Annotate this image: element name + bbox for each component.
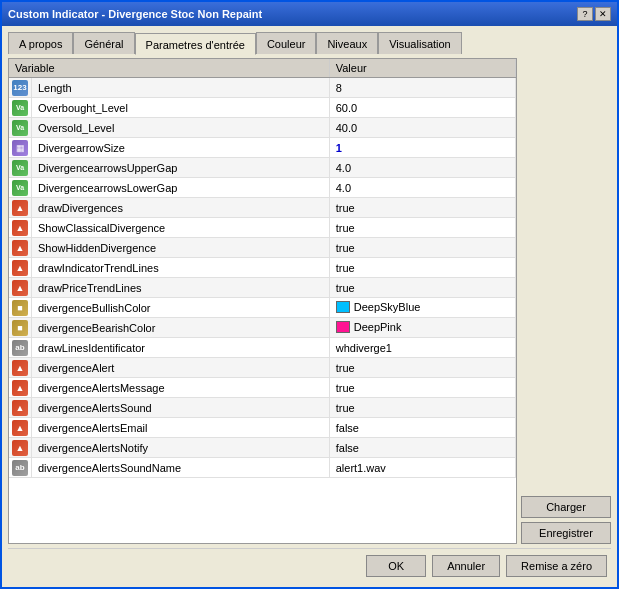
row-name: divergenceAlertsNotify [32, 438, 330, 458]
row-name: divergenceAlertsMessage [32, 378, 330, 398]
row-name: divergenceAlertsSound [32, 398, 330, 418]
row-value: DeepSkyBlue [329, 298, 515, 318]
row-icon-cell: ▲ [9, 438, 32, 458]
row-name: Oversold_Level [32, 118, 330, 138]
table-row[interactable]: ▲drawPriceTrendLinestrue [9, 278, 516, 298]
table-row[interactable]: abdivergenceAlertsSoundNamealert1.wav [9, 458, 516, 478]
table-row[interactable]: 123Length8 [9, 78, 516, 98]
row-value: alert1.wav [329, 458, 515, 478]
tab-bar: A proposGénéralParametres d'entréeCouleu… [8, 32, 611, 54]
tab-général[interactable]: Général [73, 32, 134, 54]
row-icon-cell: ■ [9, 318, 32, 338]
tab-visualisation[interactable]: Visualisation [378, 32, 462, 54]
enregistrer-button[interactable]: Enregistrer [521, 522, 611, 544]
row-value: 4.0 [329, 158, 515, 178]
title-buttons: ? ✕ [577, 7, 611, 21]
row-value: false [329, 418, 515, 438]
row-value: 40.0 [329, 118, 515, 138]
row-name: drawPriceTrendLines [32, 278, 330, 298]
row-name: divergenceBearishColor [32, 318, 330, 338]
row-icon-cell: Va [9, 158, 32, 178]
tab-parametres-d'entrée[interactable]: Parametres d'entrée [135, 33, 256, 55]
row-value: true [329, 278, 515, 298]
help-button[interactable]: ? [577, 7, 593, 21]
tab-niveaux[interactable]: Niveaux [316, 32, 378, 54]
row-value: 1 [329, 138, 515, 158]
table-row[interactable]: ▲ShowHiddenDivergencetrue [9, 238, 516, 258]
table-row[interactable]: ▲ShowClassicalDivergencetrue [9, 218, 516, 238]
row-name: drawIndicatorTrendLines [32, 258, 330, 278]
table-row[interactable]: VaDivergencearrowsLowerGap4.0 [9, 178, 516, 198]
row-value: 60.0 [329, 98, 515, 118]
row-name: Overbought_Level [32, 98, 330, 118]
tab-couleur[interactable]: Couleur [256, 32, 317, 54]
tab-a-propos[interactable]: A propos [8, 32, 73, 54]
content-area: A proposGénéralParametres d'entréeCouleu… [2, 26, 617, 587]
table-row[interactable]: ▲divergenceAlertsNotifyfalse [9, 438, 516, 458]
row-value: 8 [329, 78, 515, 98]
title-bar: Custom Indicator - Divergence Stoc Non R… [2, 2, 617, 26]
table-row[interactable]: ▦DivergearrowSize1 [9, 138, 516, 158]
row-icon-cell: Va [9, 178, 32, 198]
close-button[interactable]: ✕ [595, 7, 611, 21]
row-name: drawDivergences [32, 198, 330, 218]
remise-button[interactable]: Remise a zéro [506, 555, 607, 577]
row-icon-cell: ▲ [9, 378, 32, 398]
row-name: Length [32, 78, 330, 98]
row-name: DivergencearrowsUpperGap [32, 158, 330, 178]
row-name: DivergearrowSize [32, 138, 330, 158]
table-row[interactable]: ▲divergenceAlertsMessagetrue [9, 378, 516, 398]
table-row[interactable]: ▲drawIndicatorTrendLinestrue [9, 258, 516, 278]
row-icon-cell: Va [9, 98, 32, 118]
row-name: divergenceAlertsSoundName [32, 458, 330, 478]
annuler-button[interactable]: Annuler [432, 555, 500, 577]
charger-button[interactable]: Charger [521, 496, 611, 518]
row-icon-cell: ■ [9, 298, 32, 318]
ok-button[interactable]: OK [366, 555, 426, 577]
row-value: whdiverge1 [329, 338, 515, 358]
row-icon-cell: ▲ [9, 218, 32, 238]
row-icon-cell: 123 [9, 78, 32, 98]
row-icon-cell: ab [9, 338, 32, 358]
table-row[interactable]: ▲divergenceAlertsSoundtrue [9, 398, 516, 418]
row-name: divergenceAlert [32, 358, 330, 378]
row-value: true [329, 258, 515, 278]
row-name: DivergencearrowsLowerGap [32, 178, 330, 198]
table-row[interactable]: abdrawLinesIdentificatorwhdiverge1 [9, 338, 516, 358]
table-row[interactable]: ▲drawDivergencestrue [9, 198, 516, 218]
row-icon-cell: Va [9, 118, 32, 138]
row-value: true [329, 398, 515, 418]
row-icon-cell: ▲ [9, 238, 32, 258]
parameters-table: Variable Valeur 123Length8VaOverbought_L… [9, 59, 516, 478]
row-name: divergenceBullishColor [32, 298, 330, 318]
row-value: 4.0 [329, 178, 515, 198]
row-name: divergenceAlertsEmail [32, 418, 330, 438]
table-row[interactable]: ▲divergenceAlerttrue [9, 358, 516, 378]
table-row[interactable]: ▲divergenceAlertsEmailfalse [9, 418, 516, 438]
main-area: Variable Valeur 123Length8VaOverbought_L… [8, 58, 611, 544]
table-row[interactable]: ■divergenceBearishColorDeepPink [9, 318, 516, 338]
row-icon-cell: ab [9, 458, 32, 478]
row-value: true [329, 358, 515, 378]
row-icon-cell: ▲ [9, 278, 32, 298]
row-value: DeepPink [329, 318, 515, 338]
parameters-table-container[interactable]: Variable Valeur 123Length8VaOverbought_L… [8, 58, 517, 544]
row-value: false [329, 438, 515, 458]
row-name: ShowHiddenDivergence [32, 238, 330, 258]
row-icon-cell: ▲ [9, 398, 32, 418]
row-name: ShowClassicalDivergence [32, 218, 330, 238]
bottom-bar: OK Annuler Remise a zéro [8, 548, 611, 581]
row-name: drawLinesIdentificator [32, 338, 330, 358]
row-icon-cell: ▦ [9, 138, 32, 158]
table-row[interactable]: VaOverbought_Level60.0 [9, 98, 516, 118]
right-panel: Charger Enregistrer [521, 58, 611, 544]
row-icon-cell: ▲ [9, 418, 32, 438]
table-row[interactable]: VaDivergencearrowsUpperGap4.0 [9, 158, 516, 178]
col-value-header: Valeur [329, 59, 515, 78]
window-title: Custom Indicator - Divergence Stoc Non R… [8, 8, 262, 20]
table-row[interactable]: ■divergenceBullishColorDeepSkyBlue [9, 298, 516, 318]
row-value: true [329, 218, 515, 238]
row-icon-cell: ▲ [9, 198, 32, 218]
row-value: true [329, 238, 515, 258]
table-row[interactable]: VaOversold_Level40.0 [9, 118, 516, 138]
